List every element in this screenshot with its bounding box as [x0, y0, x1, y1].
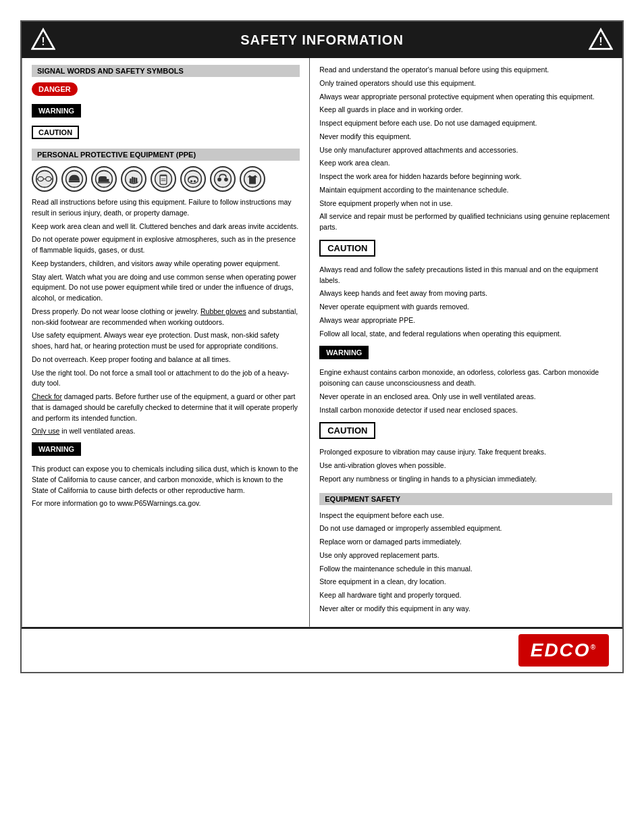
svg-point-29	[224, 178, 228, 182]
caution-badge-3: CAUTION	[319, 422, 375, 439]
svg-point-28	[217, 178, 221, 182]
header-bar: ! SAFETY INFORMATION !	[22, 22, 622, 58]
svg-point-26	[194, 180, 196, 182]
danger-badge: DANGER	[32, 82, 78, 96]
header-triangle-right: !	[589, 27, 613, 53]
svg-point-23	[185, 171, 202, 188]
foot-protection-icon	[91, 166, 117, 192]
ppe-section-header: PERSONAL PROTECTIVE EQUIPMENT (PPE)	[32, 149, 300, 161]
danger-badge-container: DANGER	[32, 82, 300, 100]
ppe-icons-row	[32, 166, 300, 192]
hearing-protection-icon	[210, 166, 236, 192]
warning-text-2: Engine exhaust contains carbon monoxide,…	[319, 367, 612, 415]
caution-badge-container-1: CAUTION	[32, 126, 300, 143]
head-protection-icon	[61, 166, 87, 192]
respiratory-protection-icon	[180, 166, 206, 192]
svg-text:!: !	[599, 35, 602, 47]
right-general-text: Read and understand the operator's manua…	[319, 65, 612, 233]
caution-badge-1: CAUTION	[32, 126, 79, 139]
warning-text-1: This product can expose you to chemicals…	[32, 464, 300, 509]
face-protection-icon	[151, 166, 176, 192]
svg-point-25	[190, 180, 192, 182]
page-wrapper: ! SAFETY INFORMATION ! SIGNAL WORDS AND …	[0, 0, 644, 834]
svg-rect-17	[134, 178, 135, 183]
outer-border: ! SAFETY INFORMATION ! SIGNAL WORDS AND …	[20, 20, 624, 673]
header-triangle-left: !	[31, 27, 55, 53]
general-safety-text: Read all instructions before using this …	[32, 197, 300, 437]
hand-protection-icon	[121, 166, 146, 192]
section2-header: EQUIPMENT SAFETY	[319, 493, 612, 505]
warning-badge-container-3: WARNING	[319, 346, 612, 363]
two-column-layout: SIGNAL WORDS AND SAFETY SYMBOLS DANGER W…	[22, 58, 622, 627]
eye-protection-icon	[32, 166, 57, 192]
svg-point-27	[215, 171, 232, 188]
left-column: SIGNAL WORDS AND SAFETY SYMBOLS DANGER W…	[22, 58, 310, 627]
svg-rect-13	[98, 182, 110, 183]
caution-badge-container-2: CAUTION	[319, 240, 612, 261]
footer-bar: EDCO®	[22, 627, 622, 672]
svg-text:!: !	[41, 35, 45, 47]
caution-text-1: Always read and follow the safety precau…	[319, 265, 612, 340]
warning-badge-2: WARNING	[32, 442, 81, 456]
svg-rect-18	[136, 178, 137, 182]
svg-rect-16	[132, 177, 133, 183]
warning-badge-container-2: WARNING	[32, 442, 300, 460]
equipment-safety-text: Inspect the equipment before each use. D…	[319, 511, 612, 615]
section1-header: SIGNAL WORDS AND SAFETY SYMBOLS	[32, 65, 300, 77]
edco-logo: EDCO®	[518, 634, 609, 667]
body-protection-icon	[240, 166, 265, 192]
warning-badge-container-1: WARNING	[32, 104, 300, 122]
caution-badge-container-3: CAUTION	[319, 422, 612, 443]
warning-badge-3: WARNING	[319, 346, 369, 359]
caution-text-2: Prolonged exposure to vibration may caus…	[319, 447, 612, 484]
warning-badge-1: WARNING	[32, 104, 81, 118]
svg-rect-11	[69, 180, 80, 182]
right-column: Read and understand the operator's manua…	[310, 58, 622, 627]
header-title: SAFETY INFORMATION	[55, 32, 589, 48]
caution-badge-2: CAUTION	[319, 240, 375, 257]
